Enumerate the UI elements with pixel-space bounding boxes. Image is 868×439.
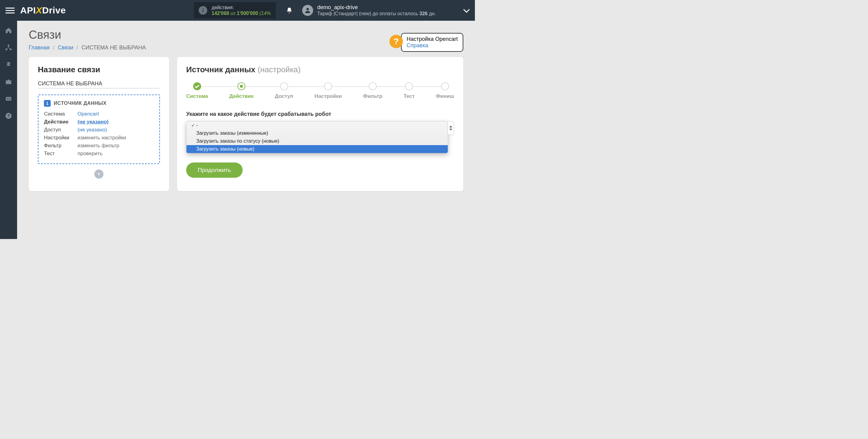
help-icon[interactable]: ? [4,111,13,120]
step-label: Финиш [436,93,454,99]
svg-point-5 [7,98,8,99]
source-row: Доступ(не указано) [44,127,154,133]
connection-card: Название связи 1 ИСТОЧНИК ДАННЫХ Система… [29,57,169,191]
breadcrumb-current: СИСТЕМА НЕ ВЫБРАНА [82,44,146,50]
source-row: Фильтризменить фильтр [44,143,154,149]
source-config-title-sub: (настройка) [257,65,301,74]
step-тест[interactable]: Тест [403,82,415,99]
breadcrumb-home[interactable]: Главная [29,44,50,50]
plan-days: 326 [420,11,428,16]
user-menu[interactable]: demo_apix-drive Тариф |Стандарт| (new) д… [302,4,436,17]
dropdown-option[interactable]: Загрузить заказы (новые) [186,145,448,153]
logo-post: Drive [42,5,66,15]
user-text: demo_apix-drive Тариф |Стандарт| (new) д… [317,4,436,17]
source-row-value[interactable]: Opencart [78,111,99,117]
step-доступ[interactable]: Доступ [275,82,293,99]
card-icon[interactable] [4,95,13,103]
source-row-value: изменить фильтр [78,143,119,149]
svg-rect-7 [9,99,10,100]
main-content: Связи Главная / Связи / СИСТЕМА НЕ ВЫБРА… [17,21,475,239]
source-row: СистемаOpencart [44,111,154,117]
svg-point-3 [10,48,11,50]
connection-name-input[interactable] [38,79,160,89]
step-dot [280,82,288,90]
dropdown-option[interactable]: ✓- [186,121,448,129]
source-badge: 1 [44,100,51,107]
logo-x: X [36,5,42,15]
source-row: Действие(не указано) [44,119,154,125]
actions-values: 142'068 из 1'000'000 (14% [212,10,271,16]
step-label: Доступ [275,93,293,99]
dropdown-list: ✓-Загрузить заказы (измененные)Загрузить… [186,121,448,153]
step-dot [324,82,332,90]
user-plan: Тариф |Стандарт| (new) до оплаты осталос… [317,11,436,16]
continue-button[interactable]: Продолжить [186,163,243,178]
connections-icon[interactable] [4,43,13,52]
source-row-label: Настройки [44,135,78,141]
svg-point-1 [8,44,9,46]
source-row: Тестпроверить [44,150,154,157]
source-row-label: Фильтр [44,143,78,149]
source-header-text: ИСТОЧНИК ДАННЫХ [54,101,106,106]
source-box: 1 ИСТОЧНИК ДАННЫХ СистемаOpencartДействи… [38,95,160,164]
actions-text: действия: 142'068 из 1'000'000 (14% [212,5,271,16]
step-настройки[interactable]: Настройки [314,82,342,99]
svg-rect-6 [9,98,10,99]
connection-title: Название связи [38,65,160,74]
add-step-button[interactable]: + [94,169,103,179]
dropdown-option-text: - [196,123,198,128]
billing-icon[interactable] [4,60,13,69]
step-label: Фильтр [363,93,382,99]
source-row-label: Система [44,111,78,117]
actions-label: действия: [212,5,271,10]
step-финиш[interactable]: Финиш [436,82,454,99]
help-link[interactable]: Справка [406,42,428,48]
check-icon: ✓ [191,123,196,128]
source-config-title: Источник данных (настройка) [186,65,454,74]
step-dot [441,82,449,90]
sidebar: ? [0,21,17,239]
svg-point-2 [5,48,7,50]
dropdown-option[interactable]: Загрузить заказы по статусу (новые) [186,137,448,145]
source-config-title-main: Источник данных [186,65,255,74]
dropdown-stepper-icon[interactable] [447,121,454,135]
step-label: Действие [229,93,254,99]
step-label: Настройки [314,93,342,99]
source-row-value[interactable]: (не указано) [78,119,108,125]
home-icon[interactable] [4,26,13,35]
dropdown-option[interactable]: Загрузить заказы (измененные) [186,129,448,137]
source-row: Настройкиизменить настройки [44,135,154,141]
breadcrumb-links[interactable]: Связи [58,44,73,50]
actions-counter[interactable]: i действия: 142'068 из 1'000'000 (14% [194,2,276,19]
action-form-label: Укажите на какое действие будет срабатыв… [186,111,454,117]
svg-text:?: ? [7,113,10,118]
step-label: Система [186,93,208,99]
source-row-label: Тест [44,150,78,157]
source-row-label: Доступ [44,127,78,133]
avatar-icon [302,5,313,16]
menu-toggle[interactable] [5,6,14,15]
source-row-value[interactable]: (не указано) [78,127,107,133]
step-система[interactable]: Система [186,82,208,99]
logo[interactable]: APIXDrive [20,5,66,15]
user-name: demo_apix-drive [317,4,436,11]
stepper: СистемаДействиеДоступНастройкиФильтрТест… [186,82,454,99]
svg-rect-4 [6,97,11,101]
dropdown-option-text: Загрузить заказы (новые) [196,146,254,152]
actions-of: из [230,11,235,16]
step-действие[interactable]: Действие [229,82,254,99]
bell-icon[interactable] [285,6,293,14]
step-dot [238,82,245,90]
source-row-value: изменить настройки [78,135,126,141]
help-title: Настройка Opencart [406,36,458,42]
svg-point-0 [306,8,309,10]
actions-percent: (14% [259,11,271,16]
info-icon: i [199,6,207,14]
step-фильтр[interactable]: Фильтр [363,82,382,99]
step-dot [193,82,201,90]
help-box: Настройка Opencart Справка [401,33,463,52]
dropdown-option-text: Загрузить заказы по статусу (новые) [196,138,279,144]
briefcase-icon[interactable] [4,77,13,86]
action-dropdown[interactable]: ✓-Загрузить заказы (измененные)Загрузить… [186,121,454,153]
chevron-down-icon[interactable] [463,7,469,13]
